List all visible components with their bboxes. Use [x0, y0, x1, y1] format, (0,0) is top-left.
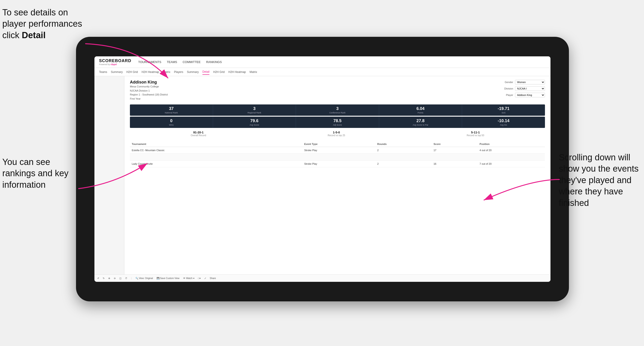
stat-conference-rank: 3 Conference Rank: [296, 104, 379, 116]
bottom-toolbar: ↺ ↻ ⊕ ⊖ ◫ ⏱ | 🔍 View: Original 💾 Save Cu…: [94, 274, 550, 282]
player-controls: Gender Women Division NJCAA I: [500, 80, 545, 101]
national-rank-label: National Rank: [133, 112, 210, 114]
undo-button[interactable]: ↺: [97, 277, 99, 280]
player-info: Addison King Mesa Community College NJCA…: [130, 80, 168, 101]
tournament-name-2: Lady Coyote Invite: [130, 161, 286, 167]
content-area: Addison King Mesa Community College NJCA…: [124, 76, 550, 274]
gender-select[interactable]: Women: [515, 80, 545, 84]
table-row: Estella CC- Mountain Classic Stroke Play…: [130, 147, 545, 154]
subnav-h2h-heatmap2[interactable]: H2H Heatmap: [228, 69, 246, 75]
sos-value: -19.71: [465, 106, 542, 111]
wins-label: Wins: [133, 124, 210, 126]
fullscreen-button[interactable]: ⤢: [204, 277, 206, 280]
position-1: 4 out of 20: [478, 147, 545, 154]
points-label: Points: [382, 112, 459, 114]
subnav-matrix2[interactable]: Matrix: [250, 69, 257, 75]
gender-label: Gender: [500, 81, 513, 84]
share-button[interactable]: Share: [210, 277, 216, 280]
subnav-matrix[interactable]: Matrix: [163, 69, 170, 75]
conference-rank-label: Conference Rank: [299, 112, 376, 114]
player-control: Player Addison King: [500, 93, 545, 97]
nav-teams[interactable]: TEAMS: [167, 59, 177, 65]
subnav-h2h-heatmap[interactable]: H2H Heatmap: [142, 69, 159, 75]
avg-score-value: 79.6: [216, 119, 293, 123]
main-content: Addison King Mesa Community College NJCA…: [94, 76, 550, 274]
subnav-detail[interactable]: Detail: [202, 69, 210, 75]
adj-score-value: 78.5: [299, 119, 376, 123]
avg-sg-value: -10.14: [465, 119, 542, 123]
view-original-button[interactable]: 🔍 View: Original: [136, 277, 153, 280]
logo-area: SCOREBOARD Powered by clippd: [99, 58, 131, 66]
redo-button[interactable]: ↻: [103, 277, 104, 280]
adj-score-label: Adj Score: [299, 124, 376, 126]
stat-regional-rank: 3 Regional Rank: [213, 104, 296, 116]
stat-points: 6.04 Points: [379, 104, 462, 116]
annotation-top-left: To see details on player performances cl…: [2, 7, 88, 41]
nav-tournaments[interactable]: TOURNAMENTS: [138, 59, 161, 65]
layout2-button[interactable]: □▾: [198, 277, 200, 280]
top50-record-value: 5-11-1: [467, 131, 484, 134]
gender-control: Gender Women: [500, 80, 545, 84]
save-custom-view-button[interactable]: 💾 Save Custom View: [156, 277, 180, 280]
position-2: 7 out of 20: [478, 161, 545, 167]
division-select[interactable]: NJCAA I: [515, 86, 545, 91]
th-rounds: Rounds: [376, 141, 432, 147]
avg-score-label: Avg Score: [216, 124, 293, 126]
score-2: 16: [432, 161, 478, 167]
subnav-h2h-grid2[interactable]: H2H Grid: [213, 69, 224, 75]
subnav-summary2[interactable]: Summary: [187, 69, 198, 75]
logo-powered: Powered by clippd: [99, 63, 131, 66]
top-navigation: SCOREBOARD Powered by clippd TOURNAMENTS…: [94, 56, 550, 68]
watch-button[interactable]: 👁 Watch ▾: [183, 277, 194, 280]
avg-score-par-value: 27.8: [382, 119, 459, 123]
national-rank-value: 37: [133, 106, 210, 111]
table-header-row: Tournament Event Type Rounds Score Posit…: [130, 141, 545, 147]
logo-clippd: clippd: [110, 63, 117, 66]
zoom-in-button[interactable]: ⊕: [108, 277, 110, 280]
player-region: Region 1 - Southwest (18) District: [130, 93, 168, 97]
empty-row: [130, 154, 545, 161]
division-control: Division NJCAA I: [500, 86, 545, 91]
stat-avg-sg: -10.14 Avg SG: [462, 117, 545, 128]
table-row: Lady Coyote Invite Stroke Play 2 16 7 ou…: [130, 161, 545, 167]
player-division: NJCAA Division 1: [130, 89, 168, 93]
table-row: [130, 154, 545, 161]
player-select[interactable]: Addison King: [515, 93, 545, 97]
annotation-bottom-left: You can see rankings and key information: [2, 157, 80, 190]
conference-rank-value: 3: [299, 106, 376, 111]
stat-wins: 0 Wins: [130, 117, 213, 128]
player-name: Addison King: [130, 80, 168, 85]
top25-record-label: Record vs top 25: [328, 134, 345, 137]
separator: |: [131, 277, 132, 280]
tablet-screen: SCOREBOARD Powered by clippd TOURNAMENTS…: [94, 56, 550, 282]
nav-rankings[interactable]: RANKINGS: [206, 59, 222, 65]
left-sidebar: [94, 76, 124, 274]
tournament-table: Tournament Event Type Rounds Score Posit…: [130, 141, 545, 167]
sub-navigation: Teams Summary H2H Grid H2H Heatmap Matri…: [94, 68, 550, 76]
annotation-right: Scrolling down will show you the events …: [559, 152, 642, 209]
player-label: Player: [500, 94, 513, 96]
subnav-players[interactable]: Players: [174, 69, 183, 75]
logo-scoreboard: SCOREBOARD: [99, 58, 131, 63]
record-top50: 5-11-1 Record vs top 50: [467, 131, 484, 137]
zoom-out-button[interactable]: ⊖: [114, 277, 116, 280]
tournament-name-1: Estella CC- Mountain Classic: [130, 147, 286, 154]
layout-button[interactable]: ◫: [119, 277, 122, 280]
th-position: Position: [478, 141, 545, 147]
rounds-1: 2: [376, 147, 432, 154]
wins-value: 0: [133, 119, 210, 123]
subnav-h2h-grid[interactable]: H2H Grid: [126, 69, 138, 75]
player-header: Addison King Mesa Community College NJCA…: [130, 80, 545, 101]
record-top25: 1-5-0 Record vs top 25: [328, 131, 345, 137]
stat-avg-score-par: 27.8 Avg Score to Par: [379, 117, 462, 128]
subnav-summary[interactable]: Summary: [111, 69, 122, 75]
nav-committee[interactable]: COMMITTEE: [183, 59, 200, 65]
stat-adj-score: 78.5 Adj Score: [296, 117, 379, 128]
th-event-type: Event Type: [302, 141, 376, 147]
th-score: Score: [432, 141, 478, 147]
top50-record-label: Record vs top 50: [467, 134, 484, 137]
player-year: First Year: [130, 97, 168, 101]
subnav-teams[interactable]: Teams: [99, 69, 107, 75]
sos-label: SoS: [465, 112, 542, 114]
timer-button[interactable]: ⏱: [125, 277, 127, 280]
